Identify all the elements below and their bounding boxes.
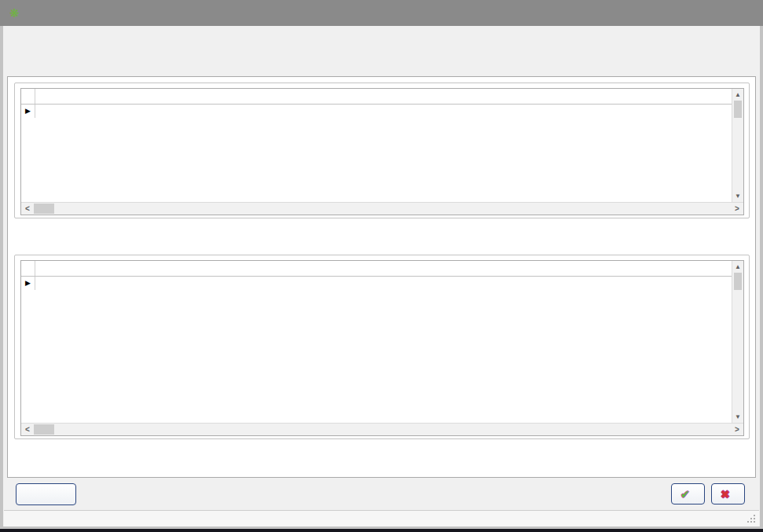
maximize-button[interactable] — [700, 0, 728, 26]
horizontal-scroll-thumb[interactable] — [34, 424, 54, 435]
scroll-down-icon[interactable]: ▼ — [732, 190, 743, 202]
tab-page-anyaglista: ▶ ▲ ▼ < > — [7, 76, 756, 478]
vertical-scroll-thumb[interactable] — [734, 273, 742, 290]
muvelet-grid[interactable]: ▶ ▲ ▼ < > — [20, 260, 744, 436]
titlebar: ❋ — [0, 0, 763, 26]
window-controls — [700, 0, 757, 26]
app-gear-flower-icon: ❋ — [9, 7, 20, 19]
resize-grip[interactable] — [754, 521, 755, 523]
row-indicator-header-cell — [21, 89, 35, 104]
tab-row-2 — [4, 46, 759, 61]
scroll-track — [732, 290, 743, 411]
muvelet-horizontal-scrollbar[interactable]: < > — [21, 423, 743, 435]
megsem-button[interactable] — [711, 483, 745, 504]
scroll-track — [732, 118, 743, 190]
scroll-left-icon[interactable]: < — [21, 425, 34, 434]
tab-strip — [4, 31, 759, 76]
row-indicator-header-cell — [21, 261, 35, 276]
horizontal-scroll-thumb[interactable] — [34, 204, 54, 214]
anyaglista-horizontal-scrollbar[interactable]: < > — [21, 202, 743, 215]
app-window: ❋ ▶ ▲ — [0, 0, 763, 529]
status-bar — [4, 510, 759, 526]
muvelet-vertical-scrollbar[interactable]: ▲ ▼ — [732, 261, 743, 423]
scroll-up-icon[interactable]: ▲ — [732, 261, 743, 273]
close-button[interactable] — [728, 0, 757, 26]
current-row-arrow-icon: ▶ — [21, 277, 35, 290]
cross-icon — [720, 488, 733, 501]
scroll-left-icon[interactable]: < — [21, 204, 34, 213]
anyaglista-grid-header — [21, 89, 743, 105]
anyaglista-grid[interactable]: ▶ ▲ ▼ < > — [20, 88, 744, 215]
anyaglista-groupbox: ▶ ▲ ▼ < > — [14, 83, 750, 218]
muvelet-grid-selected-row[interactable]: ▶ — [21, 277, 743, 290]
footer-bar — [4, 478, 759, 510]
tab-row-1 — [4, 31, 759, 46]
scroll-down-icon[interactable]: ▼ — [732, 411, 743, 423]
scroll-right-icon[interactable]: > — [731, 204, 743, 213]
scroll-up-icon[interactable]: ▲ — [732, 89, 743, 101]
scroll-right-icon[interactable]: > — [731, 425, 743, 434]
footer-actions — [671, 483, 745, 504]
muvelet-grid-header — [21, 261, 743, 277]
rogzit-button[interactable] — [671, 483, 705, 504]
anyaglista-vertical-scrollbar[interactable]: ▲ ▼ — [732, 89, 743, 202]
check-icon — [680, 488, 693, 501]
anyaglista-grid-selected-row[interactable]: ▶ — [21, 105, 743, 118]
vertical-scroll-thumb[interactable] — [734, 101, 742, 118]
muvelet-groupbox: ▶ ▲ ▼ < > — [14, 255, 750, 439]
anyagkent-szerepel-button[interactable] — [16, 483, 76, 505]
current-row-arrow-icon: ▶ — [21, 105, 35, 118]
tab-row-3 — [4, 61, 759, 76]
window-body: ▶ ▲ ▼ < > — [3, 26, 760, 526]
